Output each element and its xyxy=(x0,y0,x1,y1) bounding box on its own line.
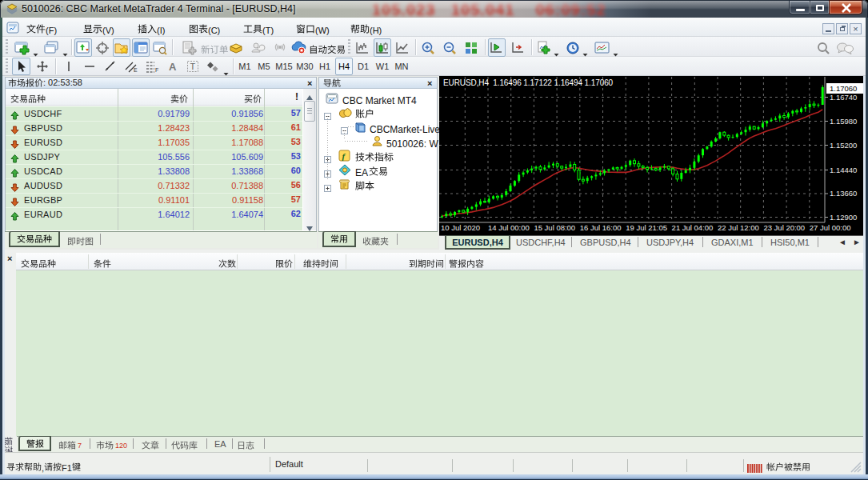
svg-text:E: E xyxy=(134,67,138,73)
svg-text:T: T xyxy=(190,62,196,71)
svg-text:16 Jul 16:00: 16 Jul 16:00 xyxy=(580,223,622,232)
svg-text:21 Jul 04:00: 21 Jul 04:00 xyxy=(672,223,714,232)
svg-text:1.16740: 1.16740 xyxy=(830,93,857,102)
svg-text:1.14440: 1.14440 xyxy=(830,166,857,174)
svg-text:1.13660: 1.13660 xyxy=(830,189,857,198)
svg-text:15 Jul 08:00: 15 Jul 08:00 xyxy=(534,223,575,232)
svg-text:1.12900: 1.12900 xyxy=(830,213,857,222)
svg-text:23 Jul 20:00: 23 Jul 20:00 xyxy=(763,223,805,232)
svg-text:10 Jul 2020: 10 Jul 2020 xyxy=(441,223,480,232)
svg-text:19 Jul 21:05: 19 Jul 21:05 xyxy=(626,223,667,232)
svg-text:F: F xyxy=(155,67,158,73)
svg-text:27 Jul 00:00: 27 Jul 00:00 xyxy=(810,223,851,232)
svg-text:22 Jul 12:00: 22 Jul 12:00 xyxy=(718,223,759,232)
svg-text:1.15200: 1.15200 xyxy=(830,141,857,150)
svg-text:A: A xyxy=(169,61,177,73)
svg-text:14 Jul 00:00: 14 Jul 00:00 xyxy=(488,223,530,232)
svg-text:1.15980: 1.15980 xyxy=(830,117,857,126)
svg-text:EURUSD,H4 1.16496 1.17122 1.1: EURUSD,H4 1.16496 1.17122 1.16494 1.1706… xyxy=(443,78,614,87)
svg-text:1.17060: 1.17060 xyxy=(830,84,857,93)
